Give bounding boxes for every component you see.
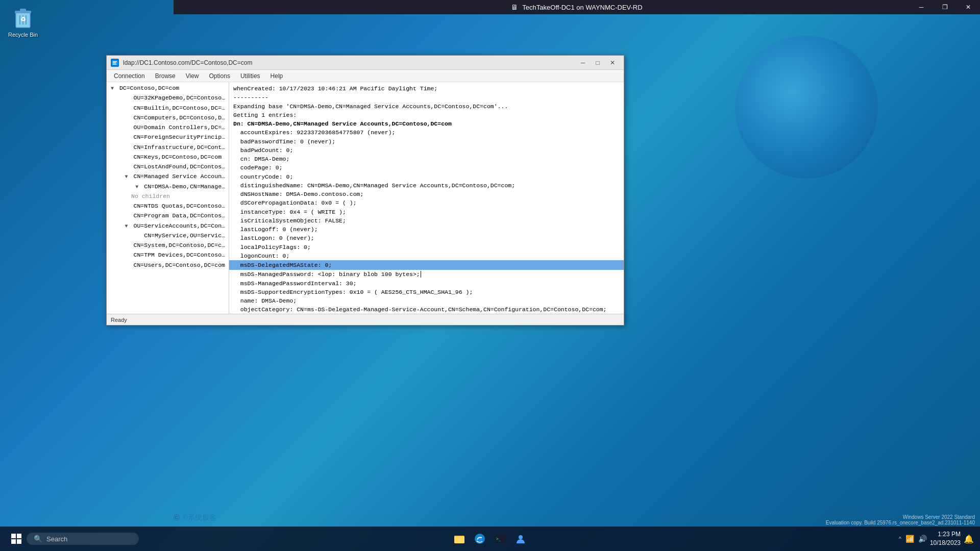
tree-item-infra[interactable]: CN=Infrastructure,DC=Contoso,DC=com	[107, 142, 229, 152]
menu-options[interactable]: Options	[204, 70, 235, 82]
system-tray-icons: ^ 📶 🔊	[899, 535, 927, 543]
app-minimize-button[interactable]: ─	[576, 58, 590, 68]
tree-item-ntds[interactable]: CN=NTDS Quotas,DC=Contoso,DC=com	[107, 201, 229, 211]
clock-date: 10/18/2023	[930, 539, 961, 547]
tree-label-keys: CN=Keys,DC=Contoso,DC=com	[134, 154, 222, 160]
tree-item-system[interactable]: CN=System,DC=Contoso,DC=com	[107, 240, 229, 250]
tree-item-lostandfound[interactable]: CN=LostAndFound,DC=Contoso,DC=com	[107, 162, 229, 171]
content-line-msdsmsa-state[interactable]: msDS-DelegatedMSAState: 0;	[229, 260, 624, 270]
rdp-controls: ─ ❐ ✕	[910, 0, 980, 14]
start-button[interactable]	[6, 529, 27, 549]
content-line-7: distinguishedName: CN=DMSA-Demo,CN=Manag…	[233, 181, 620, 190]
status-text: Ready	[111, 317, 127, 323]
recycle-bin-icon[interactable]: ♻ Recycle Bin	[5, 5, 41, 38]
rdp-close-button[interactable]: ✕	[957, 0, 980, 14]
tree-label-sys: CN=System,DC=Contoso,DC=com	[134, 242, 229, 248]
eval-line2: Evaluation copy. Build 25976.rs_onecore_…	[826, 520, 975, 525]
tree-label-dc: OU=Domain Controllers,DC=Contoso,DC=com	[134, 124, 229, 131]
tree-item-root[interactable]: ▼ DC=Contoso,DC=com	[107, 83, 229, 93]
content-line-5: codePage: 0;	[233, 163, 620, 172]
tree-item-computers[interactable]: CN=Computers,DC=Contoso,DC=com	[107, 113, 229, 122]
taskbar-file-explorer[interactable]	[450, 530, 469, 548]
rdp-restore-button[interactable]: ❐	[933, 0, 957, 14]
network-icon[interactable]: 📶	[905, 535, 914, 543]
content-line-12: lastLogoff: 0 (never);	[233, 225, 620, 234]
admin-icon	[515, 533, 526, 544]
tree-item-myservice[interactable]: CN=MyService,OU=ServiceAccounts,DC=C	[107, 231, 229, 240]
watermark-text: ©系统极客	[183, 513, 216, 522]
eval-notice: Windows Server 2022 Standard Evaluation …	[826, 514, 975, 525]
svg-rect-12	[17, 534, 21, 538]
tray-chevron-icon[interactable]: ^	[899, 536, 901, 542]
volume-icon[interactable]: 🔊	[918, 535, 927, 543]
tree-item-svcaccounts[interactable]: ▼ OU=ServiceAccounts,DC=Contoso,DC=com	[107, 221, 229, 231]
tree-expand-root[interactable]: ▼	[109, 85, 116, 92]
svg-rect-8	[113, 61, 117, 62]
menu-browse[interactable]: Browse	[150, 70, 181, 82]
tree-item-builtin[interactable]: CN=Builtin,DC=Contoso,DC=com	[107, 103, 229, 113]
tree-item-progdata[interactable]: CN=Program Data,DC=Contoso,DC=com	[107, 211, 229, 220]
app-icon-svg	[111, 59, 118, 66]
status-bar: Ready	[107, 314, 624, 325]
menu-utilities[interactable]: Utilities	[235, 70, 265, 82]
tree-label-builtin: CN=Builtin,DC=Contoso,DC=com	[134, 105, 229, 111]
content-line-9: dSCorePropagationData: 0x0 = ( );	[233, 198, 620, 207]
content-line-enc-types: msDS-SupportedEncryptionTypes: 0x10 = ( …	[233, 288, 620, 296]
rdp-minimize-button[interactable]: ─	[910, 0, 933, 14]
content-line-sep: ----------	[233, 93, 620, 102]
tree-item-keys[interactable]: CN=Keys,DC=Contoso,DC=com	[107, 152, 229, 162]
menu-help[interactable]: Help	[265, 70, 288, 82]
tree-label-32k: OU=32KPageDemo,DC=Contoso,DC=com	[134, 94, 229, 101]
tree-label-users: CN=Users,DC=Contoso,DC=com	[134, 262, 225, 268]
tree-item-dc[interactable]: OU=Domain Controllers,DC=Contoso,DC=com	[107, 122, 229, 132]
svg-rect-13	[11, 539, 16, 544]
taskbar: 🔍 Search >_	[0, 527, 980, 551]
svg-text:♻: ♻	[20, 16, 26, 23]
content-line-1: accountExpires: 9223372036854775807 (nev…	[233, 128, 620, 137]
ldap-content-panel[interactable]: whenCreated: 10/17/2023 10:46:21 AM Paci…	[229, 82, 624, 314]
svg-rect-10	[113, 64, 116, 65]
taskbar-admin[interactable]	[511, 530, 530, 548]
tree-expand-svc[interactable]: ▼	[123, 222, 130, 230]
taskbar-search[interactable]: 🔍 Search	[27, 533, 139, 545]
ldap-browser-window: ldap://DC1.Contoso.com/DC=Contoso,DC=com…	[106, 55, 624, 325]
taskbar-clock[interactable]: 1:23 PM 10/18/2023	[930, 530, 961, 547]
tree-label-fsp: CN=ForeignSecurityPrincipals,DC=C	[134, 134, 229, 140]
desktop-decoration	[735, 36, 878, 179]
recycle-bin-svg: ♻	[11, 5, 35, 30]
app-maximize-button[interactable]: □	[591, 58, 605, 68]
svg-rect-9	[113, 62, 116, 63]
ldap-tree-panel[interactable]: ▼ DC=Contoso,DC=com OU=32KPageDemo,DC=Co…	[107, 82, 229, 314]
notification-icon[interactable]: 🔔	[964, 534, 974, 544]
tree-item-managed-svc[interactable]: ▼ CN=Managed Service Accounts,DC=C	[107, 171, 229, 181]
content-line-15: logonCount: 0;	[233, 252, 620, 260]
app-body: ▼ DC=Contoso,DC=com OU=32KPageDemo,DC=Co…	[107, 82, 624, 314]
app-window-controls: ─ □ ✕	[576, 58, 620, 68]
tree-item-no-children: No children	[107, 191, 229, 201]
tree-label-mysvc: CN=MyService,OU=ServiceAccounts,DC=C	[144, 232, 229, 239]
tree-item-fsp[interactable]: CN=ForeignSecurityPrincipals,DC=C	[107, 132, 229, 142]
taskbar-edge[interactable]	[471, 530, 489, 548]
content-line-pwd-interval: msDS-ManagedPasswordInterval: 30;	[233, 279, 620, 288]
content-line-3: badPwdCount: 0;	[233, 146, 620, 155]
tree-label-infra: CN=Infrastructure,DC=Contoso,DC=com	[134, 144, 229, 151]
taskbar-terminal[interactable]: >_	[491, 530, 509, 548]
tree-label-prog: CN=Program Data,DC=Contoso,DC=com	[134, 212, 229, 219]
tree-label-root: DC=Contoso,DC=com	[119, 85, 179, 91]
content-line-8: dNSHostName: DMSA-Demo.contoso.com;	[233, 190, 620, 198]
menu-view[interactable]: View	[181, 70, 204, 82]
menu-connection[interactable]: Connection	[109, 70, 150, 82]
tree-item-tpm[interactable]: CN=TPM Devices,DC=Contoso,DC=com	[107, 250, 229, 260]
content-line-10: instanceType: 0x4 = ( WRITE );	[233, 208, 620, 216]
content-line-expanding: Expanding base 'CN=DMSA-Demo,CN=Managed …	[233, 102, 620, 111]
tree-expand-msa[interactable]: ▼	[123, 173, 130, 181]
tree-item-dmsa[interactable]: ▼ CN=DMSA-Demo,CN=Managed Service Ac	[107, 182, 229, 191]
tree-expand-dmsa[interactable]: ▼	[133, 183, 140, 191]
tree-item-32kpage[interactable]: OU=32KPageDemo,DC=Contoso,DC=com	[107, 93, 229, 103]
tree-label-laf: CN=LostAndFound,DC=Contoso,DC=com	[134, 163, 229, 170]
tree-item-users[interactable]: CN=Users,DC=Contoso,DC=com	[107, 260, 229, 270]
app-close-button[interactable]: ✕	[605, 58, 620, 68]
svg-point-21	[519, 535, 523, 539]
rdp-title-text: TechTakeOff-DC1 on WAYNMC-DEV-RD	[522, 4, 642, 11]
content-line-managed-pwd: msDS-ManagedPassword: <lop: binary blob …	[233, 270, 620, 279]
